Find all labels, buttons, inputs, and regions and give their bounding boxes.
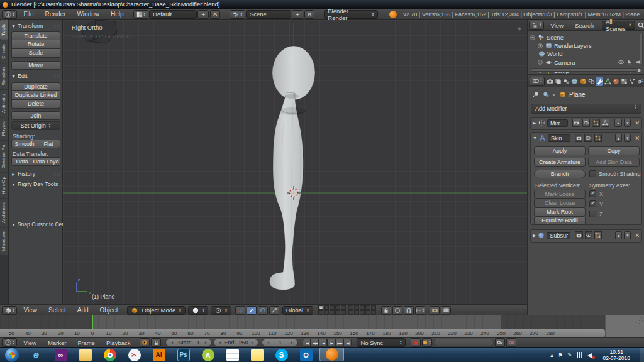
apply-button[interactable]: Apply	[534, 146, 586, 155]
pivot-select[interactable]	[211, 306, 231, 315]
pin-icon[interactable]	[531, 90, 539, 98]
modifier-render-toggle[interactable]	[572, 119, 580, 127]
collapse-icon[interactable]: −	[538, 60, 543, 65]
layer-9[interactable]	[335, 310, 340, 315]
eye-icon[interactable]	[618, 59, 625, 65]
character-mesh[interactable]	[270, 46, 315, 290]
collapse-arrow-icon[interactable]: ▼	[533, 136, 537, 140]
properties-tab-particles[interactable]	[629, 77, 636, 86]
layer-17[interactable]	[354, 310, 359, 315]
menu-3dview-object[interactable]: Object	[94, 307, 124, 314]
add-modifier-dropdown[interactable]: Add Modifier	[531, 104, 641, 114]
collapse-icon[interactable]: −	[530, 35, 535, 40]
properties-tab-physics[interactable]	[637, 77, 644, 86]
layer-8[interactable]	[330, 310, 335, 315]
taskbar-clock[interactable]: 10:5102-07-2018	[603, 349, 630, 361]
taskbar-item-skype[interactable]: S	[269, 348, 294, 362]
panel-header-edit[interactable]: ▼Edit::::	[9, 72, 63, 80]
rotate-button[interactable]: Rotate	[11, 40, 60, 49]
current-frame-field[interactable]: ◂1▸	[262, 339, 298, 346]
manipulator-scale-button[interactable]	[269, 306, 279, 315]
tool-shelf-tab-physic[interactable]: Physic	[0, 118, 8, 140]
scale-button[interactable]: Scale	[11, 49, 60, 58]
smooth-shading-checkbox[interactable]	[589, 170, 596, 177]
join-button[interactable]: Join	[11, 111, 60, 120]
viewport-shading-select[interactable]	[188, 306, 208, 315]
modifier-move-down-button[interactable]: ▼	[624, 134, 631, 142]
tool-shelf-tab-create[interactable]: Create	[0, 40, 8, 63]
outliner-item-scene[interactable]: −Scene	[530, 33, 642, 41]
start-button[interactable]	[5, 348, 19, 362]
modifier-delete-icon[interactable]: ✕	[635, 120, 640, 126]
snap-element-select[interactable]	[415, 306, 425, 315]
editor-type-button-3d[interactable]	[2, 306, 17, 315]
opengl-render-button[interactable]	[430, 306, 440, 315]
expand-arrow-icon[interactable]: ▶	[533, 121, 536, 126]
mark-loose-button[interactable]: Mark Loose	[534, 190, 586, 199]
pointer-icon[interactable]	[627, 59, 633, 65]
properties-tab-render[interactable]	[546, 77, 553, 86]
prev-keyframe-button[interactable]: ◀◀	[311, 339, 319, 347]
current-frame-line[interactable]	[92, 315, 93, 329]
network-icon[interactable]	[577, 352, 583, 358]
outliner-filter-select[interactable]: All Scenes	[602, 21, 635, 30]
layer-5[interactable]	[341, 305, 346, 310]
render-engine-select[interactable]: Blender Render	[324, 10, 378, 19]
tool-shelf-tab-tools[interactable]: Tools	[0, 20, 8, 40]
outliner-h-scrollbar[interactable]	[530, 68, 638, 72]
editor-type-button-outliner[interactable]	[529, 21, 544, 30]
taskbar-item-illustrator[interactable]: Ai	[147, 348, 171, 362]
menu-timeline-frame[interactable]: Frame	[72, 339, 100, 346]
volume-icon[interactable]	[587, 352, 594, 358]
layer-3[interactable]	[330, 305, 335, 310]
tool-shelf-tab-animatio[interactable]: Animatio	[0, 90, 8, 117]
search-icon[interactable]	[638, 21, 644, 29]
editor-type-button-timeline[interactable]	[2, 338, 17, 347]
play-reverse-button[interactable]: ◀	[319, 339, 327, 347]
modifier-eye-toggle[interactable]	[582, 119, 591, 127]
tool-shelf-tab-archimes[interactable]: Archimes	[0, 199, 8, 227]
create-armature-button[interactable]: Create Armature	[534, 158, 586, 167]
delete-layout-button[interactable]: ✕	[210, 10, 220, 19]
jump-to-end-button[interactable]: ▶|	[343, 339, 352, 347]
menu-outliner-view[interactable]: View	[545, 22, 569, 29]
menu-timeline-marker[interactable]: Marker	[42, 339, 72, 346]
delete-button[interactable]: Delete	[11, 100, 60, 109]
layer-10[interactable]	[341, 310, 346, 315]
tool-shelf-tab-measure[interactable]: Measure	[0, 228, 8, 255]
jump-to-start-button[interactable]: |◀	[303, 339, 311, 347]
opengl-render-anim-button[interactable]	[441, 306, 451, 315]
properties-tab-material[interactable]	[612, 77, 619, 86]
modifier-move-up-button[interactable]: ▲	[615, 231, 622, 239]
delete-scene-button[interactable]: ✕	[304, 10, 314, 19]
copy-button[interactable]: Copy	[588, 146, 640, 155]
outliner-v-scrollbar[interactable]	[640, 33, 643, 65]
modifier-render-toggle[interactable]	[575, 134, 582, 142]
scene-name-field[interactable]: Scene	[246, 10, 291, 19]
properties-tab-world[interactable]	[571, 77, 579, 86]
modifier-delete-icon[interactable]: ✕	[635, 135, 640, 141]
modifier-move-up-button[interactable]: ▲	[614, 119, 622, 127]
menu-file[interactable]: File	[18, 11, 39, 18]
tool-shelf-tab-grease-pe[interactable]: Grease Pe	[0, 141, 8, 172]
taskbar-item-blender[interactable]	[319, 348, 344, 361]
taskbar-item-chrome[interactable]	[97, 348, 122, 362]
timeline-ruler[interactable]: -50-40-30-20-100102030405060708090100110…	[0, 329, 605, 337]
add-layout-button[interactable]: ＋	[197, 10, 209, 19]
properties-tab-object[interactable]	[579, 77, 587, 86]
expand-arrow-icon[interactable]: ▶	[533, 233, 536, 238]
layer-1[interactable]	[318, 305, 323, 310]
modifier-editmode-toggle[interactable]	[592, 119, 600, 127]
taskbar-item-photoshop[interactable]: Ps	[171, 348, 196, 362]
modifier-eye-toggle[interactable]	[585, 231, 592, 239]
properties-tab-scene[interactable]	[563, 77, 570, 86]
menu-outliner-search[interactable]: Search	[569, 22, 599, 29]
playback-range-button[interactable]	[140, 338, 150, 347]
properties-tab-constraints[interactable]	[587, 77, 595, 86]
axis-z-checkbox[interactable]	[589, 211, 596, 217]
layer-15[interactable]	[371, 305, 376, 310]
panel-header-history[interactable]: ►History::::	[9, 170, 63, 178]
manipulator-toggle-button[interactable]	[235, 306, 245, 315]
modifier-move-down-button[interactable]: ▼	[624, 119, 631, 127]
properties-tab-texture[interactable]	[621, 77, 628, 86]
